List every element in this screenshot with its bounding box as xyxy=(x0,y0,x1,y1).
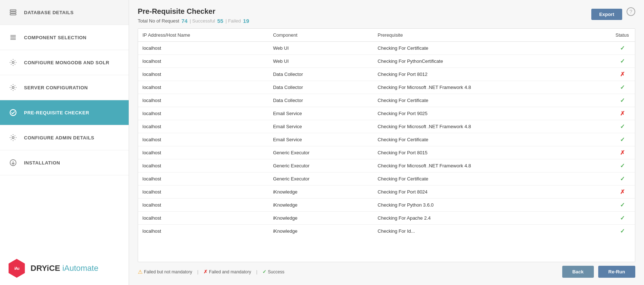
cell-ip: localhost xyxy=(138,42,269,55)
legend-sep2: | xyxy=(256,269,257,274)
cell-prerequisite: Checking For Port 8012 xyxy=(373,68,609,81)
cell-status: ✗ xyxy=(609,107,635,120)
cell-component: Generic Executor xyxy=(269,172,373,186)
stat-sep2: | Failed xyxy=(225,18,241,24)
sidebar-item-configure-mongodb[interactable]: CONFIGURE MONGODB AND SOLR xyxy=(0,50,129,75)
back-button[interactable]: Back xyxy=(562,266,594,278)
cell-status: ✓ xyxy=(609,120,635,133)
status-x-icon: ✗ xyxy=(620,189,625,195)
cell-prerequisite: Checking For Apache 2.4 xyxy=(373,212,609,225)
cell-component: Generic Executor xyxy=(269,146,373,159)
rerun-button[interactable]: Re-Run xyxy=(598,266,635,278)
table-row: localhostWeb UIChecking For PythonCertif… xyxy=(138,55,635,68)
col-ip: IP Address/Host Name xyxy=(138,29,269,42)
legend-warning-text: Failed but not mandatory xyxy=(144,269,192,274)
cell-component: Data Collector xyxy=(269,94,373,107)
sidebar: DATABASE DETAILS COMPONENT SELECTION CON… xyxy=(0,0,129,285)
cell-ip: localhost xyxy=(138,146,269,159)
status-check-icon: ✓ xyxy=(620,97,625,103)
cell-component: iKnowledge xyxy=(269,199,373,212)
cell-status: ✓ xyxy=(609,55,635,68)
sidebar-item-server-configuration[interactable]: SERVER CONFIGURATION xyxy=(0,75,129,100)
export-button[interactable]: Export xyxy=(591,9,622,20)
svg-rect-2 xyxy=(10,14,16,15)
check-icon: ✓ xyxy=(262,269,266,274)
page-title: Pre-Requisite Checker xyxy=(138,7,249,16)
cell-ip: localhost xyxy=(138,212,269,225)
table-row: localhostEmail ServiceChecking For Micro… xyxy=(138,120,635,133)
svg-point-7 xyxy=(12,61,14,64)
sidebar-item-pre-requisite-checker[interactable]: PRE-REQUISITE CHECKER xyxy=(0,100,129,125)
footer-bar: ⚠ Failed but not mandatory | ✗ Failed an… xyxy=(138,266,635,278)
cell-status: ✓ xyxy=(609,81,635,94)
stat-failed-value: 19 xyxy=(243,18,249,24)
sidebar-logo: iAu DRYiCE iAutomate xyxy=(0,252,129,285)
main-header: Pre-Requisite Checker Total No of Reques… xyxy=(138,7,635,24)
cell-component: Generic Executor xyxy=(269,159,373,172)
table-row: localhostiKnowledgeChecking For Apache 2… xyxy=(138,212,635,225)
col-status: Status xyxy=(609,29,635,42)
logo-text: DRYiCE iAutomate xyxy=(31,264,98,273)
cell-component: iKnowledge xyxy=(269,212,373,225)
cell-ip: localhost xyxy=(138,107,269,120)
sidebar-item-component-selection[interactable]: COMPONENT SELECTION xyxy=(0,25,129,50)
cell-status: ✓ xyxy=(609,42,635,55)
cell-prerequisite: Checking For Microsoft .NET Framework 4.… xyxy=(373,159,609,172)
gear-admin-icon xyxy=(7,132,19,143)
table-row: localhostEmail ServiceChecking For Certi… xyxy=(138,133,635,146)
action-buttons: Back Re-Run xyxy=(562,266,635,278)
cell-component: Web UI xyxy=(269,55,373,68)
status-x-icon: ✗ xyxy=(620,150,625,156)
cell-status: ✓ xyxy=(609,94,635,107)
cell-prerequisite: Checking For PythonCertificate xyxy=(373,55,609,68)
stat-successful-value: 55 xyxy=(217,18,224,24)
legend-x-text: Failed and mandatory xyxy=(209,269,251,274)
cell-status: ✗ xyxy=(609,186,635,199)
table-row: localhostEmail ServiceChecking For Port … xyxy=(138,107,635,120)
cell-ip: localhost xyxy=(138,172,269,186)
cell-prerequisite: Checking For Microsoft .NET Framework 4.… xyxy=(373,81,609,94)
cell-ip: localhost xyxy=(138,199,269,212)
legend: ⚠ Failed but not mandatory | ✗ Failed an… xyxy=(138,269,284,275)
cell-ip: localhost xyxy=(138,120,269,133)
status-check-icon: ✓ xyxy=(620,228,625,234)
sidebar-item-configure-admin[interactable]: CONFIGURE ADMIN DETAILS xyxy=(0,125,129,150)
sidebar-item-installation[interactable]: INSTALLATION xyxy=(0,150,129,175)
cell-prerequisite: Checking For Certificate xyxy=(373,94,609,107)
cell-status: ✓ xyxy=(609,225,635,238)
x-icon: ✗ xyxy=(204,269,208,274)
sidebar-item-database-details[interactable]: DATABASE DETAILS xyxy=(0,0,129,25)
cell-prerequisite: Checking For Microsoft .NET Framework 4.… xyxy=(373,120,609,133)
sidebar-item-label: COMPONENT SELECTION xyxy=(24,35,86,40)
database-icon xyxy=(7,7,19,18)
cell-ip: localhost xyxy=(138,133,269,146)
sidebar-item-label: CONFIGURE ADMIN DETAILS xyxy=(24,135,94,141)
table-row: localhostData CollectorChecking For Micr… xyxy=(138,81,635,94)
status-check-icon: ✓ xyxy=(620,123,625,130)
svg-point-9 xyxy=(10,110,16,116)
table-row: localhostiKnowledgeChecking For Port 802… xyxy=(138,186,635,199)
legend-warning-item: ⚠ Failed but not mandatory xyxy=(138,269,192,275)
main-header-left: Pre-Requisite Checker Total No of Reques… xyxy=(138,7,249,24)
cell-prerequisite: Checking For Port 8024 xyxy=(373,186,609,199)
help-icon[interactable]: ? xyxy=(627,7,635,16)
cell-prerequisite: Checking For Certificate xyxy=(373,133,609,146)
cell-component: Data Collector xyxy=(269,81,373,94)
cell-component: iKnowledge xyxy=(269,225,373,238)
sidebar-item-label: PRE-REQUISITE CHECKER xyxy=(24,110,89,115)
gear-mongodb-icon xyxy=(7,57,19,68)
table-row: localhostGeneric ExecutorChecking For Ce… xyxy=(138,172,635,186)
sidebar-item-label: INSTALLATION xyxy=(24,160,60,166)
table-row: localhostData CollectorChecking For Cert… xyxy=(138,94,635,107)
stats-bar: Total No of Request 74 | Successful 55 |… xyxy=(138,18,249,24)
cell-prerequisite: Checking For Certificate xyxy=(373,42,609,55)
cell-component: Email Service xyxy=(269,133,373,146)
cell-ip: localhost xyxy=(138,159,269,172)
legend-x-item: ✗ Failed and mandatory xyxy=(204,269,251,274)
results-table: IP Address/Host Name Component Prerequis… xyxy=(138,29,635,237)
table-row: localhostData CollectorChecking For Port… xyxy=(138,68,635,81)
table-row: localhostWeb UIChecking For Certificate✓ xyxy=(138,42,635,55)
table-row: localhostiKnowledgeChecking For Python 3… xyxy=(138,199,635,212)
cell-ip: localhost xyxy=(138,94,269,107)
status-check-icon: ✓ xyxy=(620,163,625,169)
